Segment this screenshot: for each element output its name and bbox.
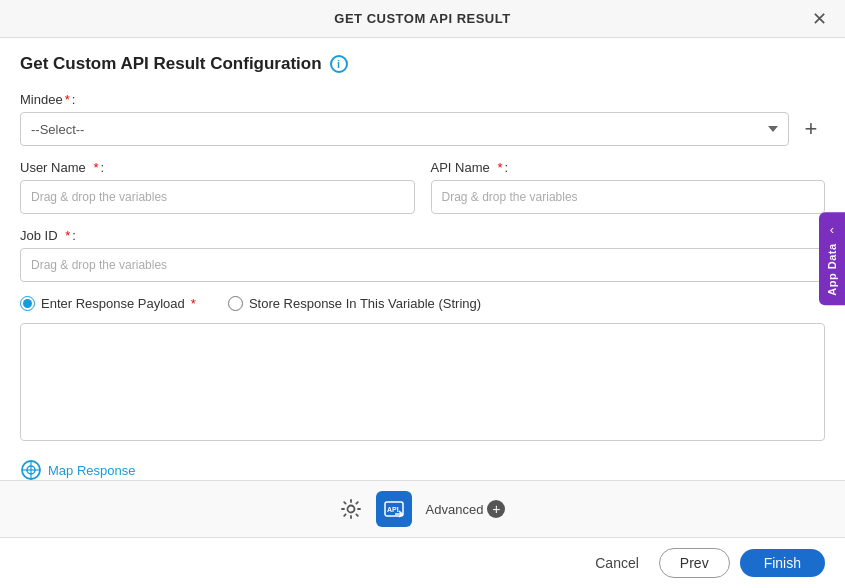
username-field-section: User Name *: bbox=[20, 160, 415, 214]
sidebar-tab-label: App Data bbox=[826, 243, 838, 295]
username-label: User Name *: bbox=[20, 160, 415, 175]
apiname-field-section: API Name *: bbox=[431, 160, 826, 214]
mindee-add-button[interactable]: + bbox=[797, 115, 825, 143]
config-title-row: Get Custom API Result Configuration i bbox=[20, 54, 825, 74]
jobid-input[interactable] bbox=[20, 248, 825, 282]
mindee-label: Mindee*: bbox=[20, 92, 825, 107]
map-response-label: Map Response bbox=[48, 463, 135, 478]
api-icon-button[interactable]: API bbox=[376, 491, 412, 527]
gear-button[interactable] bbox=[340, 498, 362, 520]
finish-button[interactable]: Finish bbox=[740, 549, 825, 577]
prev-button[interactable]: Prev bbox=[659, 548, 730, 578]
svg-text:API: API bbox=[387, 506, 399, 513]
gear-icon bbox=[340, 498, 362, 520]
info-icon[interactable]: i bbox=[330, 55, 348, 73]
advanced-label: Advanced bbox=[426, 502, 484, 517]
api-icon: API bbox=[383, 498, 405, 520]
modal-body: ‹ App Data Get Custom API Result Configu… bbox=[0, 38, 845, 480]
advanced-button[interactable]: Advanced + bbox=[426, 500, 506, 518]
jobid-label: Job ID *: bbox=[20, 228, 825, 243]
svg-point-4 bbox=[347, 506, 354, 513]
modal-header: GET CUSTOM API RESULT ✕ bbox=[0, 0, 845, 38]
store-variable-radio[interactable] bbox=[228, 296, 243, 311]
close-button[interactable]: ✕ bbox=[806, 8, 833, 30]
chevron-left-icon: ‹ bbox=[830, 222, 834, 237]
mindee-select-row: --Select-- + bbox=[20, 112, 825, 146]
mindee-field-section: Mindee*: --Select-- + bbox=[20, 92, 825, 146]
enter-payload-label: Enter Response Payload bbox=[41, 296, 185, 311]
payload-textarea[interactable] bbox=[20, 323, 825, 441]
store-variable-label: Store Response In This Variable (String) bbox=[249, 296, 481, 311]
footer-bar: API Advanced + bbox=[0, 480, 845, 537]
store-variable-option[interactable]: Store Response In This Variable (String) bbox=[228, 296, 481, 311]
radio-row: Enter Response Payload * Store Response … bbox=[20, 296, 825, 311]
enter-payload-radio[interactable] bbox=[20, 296, 35, 311]
apiname-label: API Name *: bbox=[431, 160, 826, 175]
modal-title: GET CUSTOM API RESULT bbox=[334, 11, 510, 26]
mindee-select[interactable]: --Select-- bbox=[20, 112, 789, 146]
username-apiname-row: User Name *: API Name *: bbox=[20, 160, 825, 214]
config-title-text: Get Custom API Result Configuration bbox=[20, 54, 322, 74]
map-response-row[interactable]: Map Response bbox=[20, 459, 825, 480]
username-input[interactable] bbox=[20, 180, 415, 214]
jobid-field-section: Job ID *: bbox=[20, 228, 825, 282]
map-response-icon bbox=[20, 459, 42, 480]
advanced-plus-icon: + bbox=[487, 500, 505, 518]
apiname-input[interactable] bbox=[431, 180, 826, 214]
enter-payload-option[interactable]: Enter Response Payload * bbox=[20, 296, 196, 311]
cancel-button[interactable]: Cancel bbox=[585, 549, 649, 577]
action-footer: Cancel Prev Finish bbox=[0, 537, 845, 588]
app-data-sidebar-tab[interactable]: ‹ App Data bbox=[819, 212, 845, 305]
